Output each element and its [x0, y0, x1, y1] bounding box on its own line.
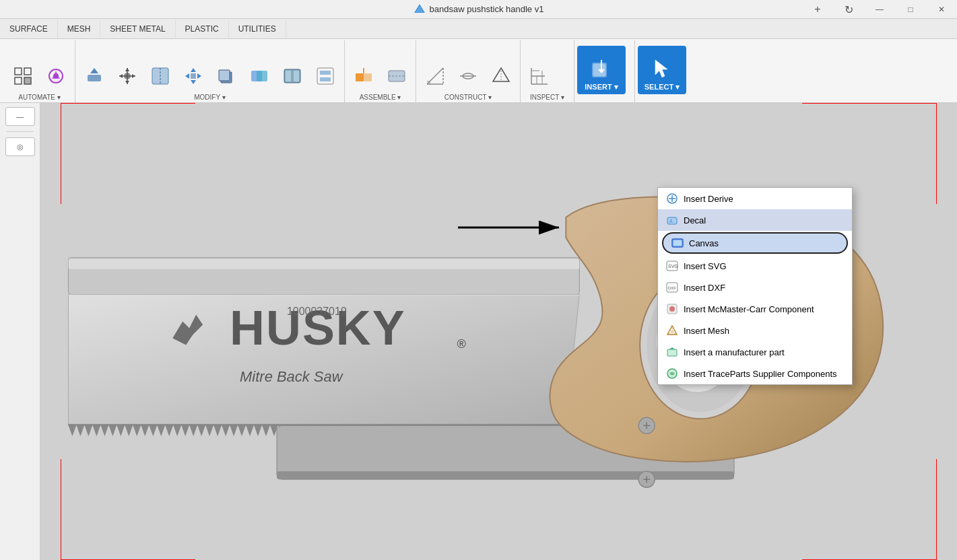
- construct-label[interactable]: CONSTRUCT ▾: [419, 92, 517, 102]
- dropdown-insert-mcmaster[interactable]: Insert McMaster-Carr Component: [658, 298, 852, 320]
- insert-traceparts-label: Insert TraceParts Supplier Components: [684, 369, 837, 379]
- svg-rect-3: [24, 68, 31, 75]
- dropdown-canvas[interactable]: Canvas: [662, 232, 848, 254]
- insert-mcmaster-label: Insert McMaster-Carr Component: [684, 304, 814, 314]
- svg-marker-17: [132, 74, 135, 78]
- inspect-icon-1[interactable]: [523, 42, 556, 91]
- svg-rect-130: [277, 471, 734, 479]
- svg-rect-32: [317, 68, 333, 84]
- tab-utilities[interactable]: UTILITIES: [229, 20, 286, 38]
- svg-marker-59: [655, 60, 667, 77]
- insert-mesh-label: Insert Mesh: [684, 326, 729, 336]
- construct-icon-3[interactable]: [485, 42, 517, 91]
- split-face-btn[interactable]: [144, 42, 176, 91]
- svg-marker-73: [149, 424, 157, 435]
- svg-marker-86: [254, 424, 262, 435]
- svg-text:1000037019: 1000037019: [287, 306, 347, 317]
- dropdown-insert-traceparts[interactable]: Insert TraceParts Supplier Components: [658, 363, 852, 384]
- maximize-button[interactable]: □: [895, 0, 926, 19]
- insert-label: INSERT ▾: [585, 83, 618, 92]
- toolbar: SURFACE MESH SHEET METAL PLASTIC UTILITI…: [0, 19, 957, 103]
- modify-label[interactable]: MODIFY ▾: [78, 92, 341, 102]
- inspect-label[interactable]: INSPECT ▾: [523, 92, 571, 102]
- select-btn[interactable]: SELECT ▾: [638, 46, 686, 94]
- dropdown-decal[interactable]: A Decal: [658, 209, 852, 231]
- decal-icon: A: [666, 214, 678, 226]
- svg-marker-78: [189, 424, 197, 435]
- svg-marker-22: [185, 73, 189, 79]
- svg-marker-65: [84, 424, 92, 435]
- svg-rect-5: [24, 77, 31, 84]
- minus-button[interactable]: —: [5, 107, 35, 126]
- dropdown-insert-mesh[interactable]: Insert Mesh: [658, 320, 852, 341]
- svg-marker-10: [90, 68, 98, 73]
- group-automate: AUTOMATE ▾: [4, 40, 75, 102]
- scale-btn[interactable]: [111, 42, 143, 91]
- group-construct: CONSTRUCT ▾: [416, 40, 521, 102]
- insert-svg-label: Insert SVG: [684, 261, 727, 271]
- construct-icon-1[interactable]: [419, 42, 451, 91]
- svg-marker-64: [76, 424, 84, 435]
- svg-text:®: ®: [457, 337, 466, 351]
- automate-label[interactable]: AUTOMATE ▾: [7, 92, 72, 102]
- add-tab-icon[interactable]: +: [802, 0, 833, 19]
- svg-marker-79: [197, 424, 205, 435]
- svg-point-156: [669, 306, 675, 312]
- tab-plastic[interactable]: PLASTIC: [176, 20, 229, 38]
- dropdown-insert-manufacturer[interactable]: Insert a manufacturer part: [658, 341, 852, 363]
- tab-mesh[interactable]: MESH: [58, 20, 101, 38]
- assemble-label[interactable]: ASSEMBLE ▾: [348, 92, 413, 102]
- window-title: bandsaw pushstick handle v1: [430, 4, 544, 14]
- svg-marker-84: [238, 424, 246, 435]
- move-btn[interactable]: [177, 42, 209, 91]
- construct-icon-2[interactable]: [452, 42, 484, 91]
- mcmaster-icon: [666, 303, 678, 315]
- group-modify: MODIFY ▾: [75, 40, 345, 102]
- svg-rect-26: [219, 70, 230, 81]
- svg-rect-4: [15, 77, 22, 84]
- svg-marker-23: [197, 73, 201, 79]
- combine-btn[interactable]: [243, 42, 275, 91]
- dropdown-insert-dxf[interactable]: DXF Insert DXF: [658, 277, 852, 298]
- svg-rect-33: [320, 71, 331, 75]
- svg-marker-72: [141, 424, 149, 435]
- select-label: SELECT ▾: [645, 83, 680, 92]
- close-button[interactable]: ✕: [926, 0, 957, 19]
- dropdown-insert-svg[interactable]: SVG Insert SVG: [658, 255, 852, 277]
- assemble-icon-1[interactable]: [348, 42, 380, 91]
- automate-icon-2[interactable]: [40, 42, 72, 91]
- dropdown-insert-derive[interactable]: Insert Derive: [658, 188, 852, 209]
- svg-marker-74: [157, 424, 165, 435]
- svg-rect-162: [667, 349, 677, 356]
- tab-sheet-metal[interactable]: SHEET METAL: [100, 20, 175, 38]
- svg-rect-150: [673, 240, 682, 246]
- svg-rect-31: [294, 71, 299, 81]
- dropdown-canvas-wrapper: Canvas: [658, 232, 852, 254]
- svg-marker-76: [173, 424, 181, 435]
- svg-marker-85: [246, 424, 254, 435]
- svg-rect-2: [15, 68, 22, 75]
- svg-icon: SVG: [666, 260, 678, 272]
- group-inspect: INSPECT ▾: [521, 40, 574, 102]
- trim-btn[interactable]: [309, 42, 341, 91]
- push-pull-btn[interactable]: [78, 42, 110, 91]
- insert-btn[interactable]: INSERT ▾: [577, 46, 626, 94]
- svg-marker-21: [191, 80, 196, 84]
- assemble-icon-2[interactable]: [381, 42, 413, 91]
- toolbar-tabs: SURFACE MESH SHEET METAL PLASTIC UTILITI…: [0, 19, 957, 39]
- copy-btn[interactable]: [210, 42, 242, 91]
- insert-dxf-label: Insert DXF: [684, 283, 725, 293]
- automate-icon-1[interactable]: [7, 42, 39, 91]
- canvas-viewport[interactable]: HUSKY ® 1000037019 Mitre Back Saw HUSKY: [40, 103, 957, 560]
- decal-label: Decal: [684, 215, 706, 225]
- target-button[interactable]: ◎: [5, 137, 35, 156]
- minimize-button[interactable]: —: [864, 0, 895, 19]
- svg-marker-82: [222, 424, 230, 435]
- tab-surface[interactable]: SURFACE: [0, 20, 58, 38]
- canvas-icon: [671, 237, 684, 249]
- refresh-icon[interactable]: ↻: [833, 0, 864, 19]
- svg-rect-61: [68, 259, 579, 269]
- svg-text:SVG: SVG: [668, 264, 678, 269]
- split-body-btn[interactable]: [276, 42, 308, 91]
- svg-marker-16: [119, 74, 123, 78]
